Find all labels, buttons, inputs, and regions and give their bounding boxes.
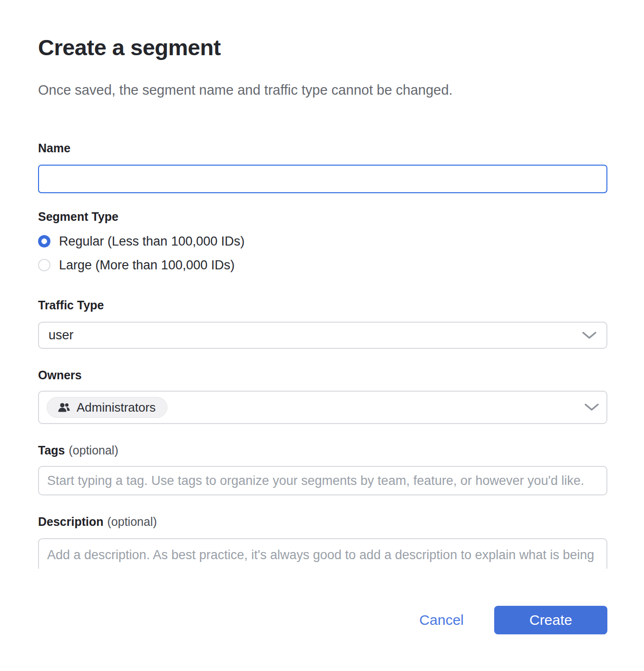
radio-option-large[interactable]: Large (More than 100,000 IDs)	[38, 253, 607, 277]
cancel-button[interactable]: Cancel	[411, 607, 472, 633]
chevron-down-icon	[582, 331, 597, 340]
create-segment-dialog: Create a segment Once saved, the segment…	[0, 34, 644, 634]
traffic-type-value: user	[49, 328, 74, 343]
name-label: Name	[38, 141, 607, 155]
dialog-subtitle: Once saved, the segment name and traffic…	[38, 82, 607, 98]
tags-optional-note: (optional)	[69, 444, 118, 457]
owners-label: Owners	[38, 368, 607, 382]
description-optional-note: (optional)	[107, 515, 157, 528]
create-button[interactable]: Create	[494, 606, 607, 634]
description-label: Description(optional)	[38, 514, 607, 529]
people-icon	[58, 402, 70, 413]
traffic-type-select[interactable]: user	[38, 322, 607, 349]
owner-chip-label: Administrators	[77, 400, 156, 415]
radio-option-regular[interactable]: Regular (Less than 100,000 IDs)	[38, 229, 607, 253]
name-input[interactable]	[38, 165, 607, 193]
page-title: Create a segment	[38, 34, 607, 61]
segment-type-label: Segment Type	[38, 209, 607, 224]
owner-chip-administrators[interactable]: Administrators	[47, 397, 167, 418]
radio-option-label: Large (More than 100,000 IDs)	[59, 258, 234, 273]
description-clip-region	[38, 538, 607, 569]
description-textarea[interactable]	[38, 538, 607, 569]
radio-unselected-icon[interactable]	[38, 259, 50, 271]
tags-label: Tags(optional)	[38, 443, 607, 457]
tags-label-text: Tags	[38, 444, 65, 457]
traffic-type-label: Traffic Type	[38, 298, 607, 312]
radio-selected-icon[interactable]	[38, 235, 50, 247]
dialog-footer: Cancel Create	[38, 606, 607, 634]
tags-input[interactable]	[38, 466, 607, 495]
segment-type-radio-group: Regular (Less than 100,000 IDs) Large (M…	[38, 229, 607, 277]
chevron-down-icon	[584, 403, 599, 412]
form-area: Name Segment Type Regular (Less than 100…	[38, 141, 607, 569]
radio-option-label: Regular (Less than 100,000 IDs)	[59, 234, 244, 249]
owners-select[interactable]: Administrators	[38, 391, 607, 424]
description-label-text: Description	[38, 515, 104, 528]
